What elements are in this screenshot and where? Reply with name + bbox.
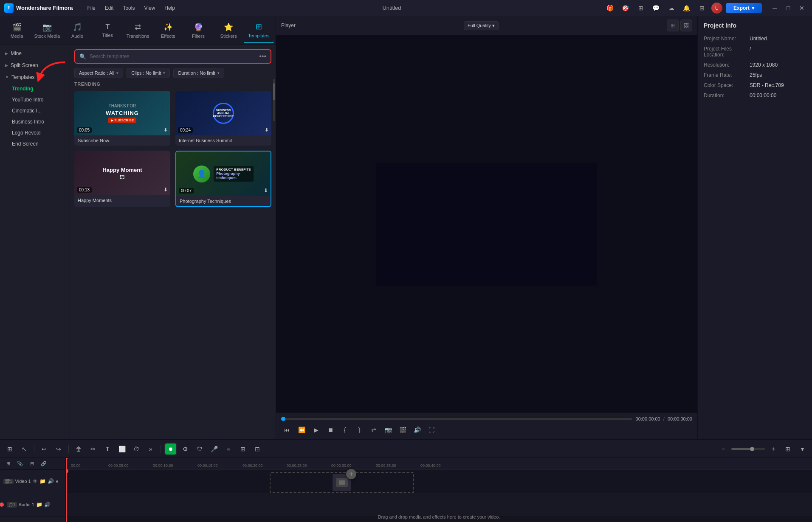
video-capture-button[interactable]: 🎬 <box>397 424 409 436</box>
image-view-button[interactable]: 🖼 <box>680 20 692 31</box>
timeline-mic-button[interactable]: 🎤 <box>208 443 220 455</box>
cut-button[interactable]: ✂ <box>87 443 99 455</box>
quality-select[interactable]: Full Quality ▾ <box>464 21 499 30</box>
tab-stock-media[interactable]: 📷 Stock Media <box>32 18 62 43</box>
menu-edit[interactable]: Edit <box>101 3 118 13</box>
volume-button[interactable]: 🔊 <box>411 424 423 436</box>
bell-icon[interactable]: 🔔 <box>681 2 693 14</box>
mark-in-button[interactable]: { <box>339 424 351 436</box>
timeline-mode-record-button[interactable]: ⏺ <box>165 443 176 455</box>
snap-track-button[interactable]: 📎 <box>15 459 25 469</box>
user-avatar[interactable]: U <box>711 3 722 14</box>
video1-volume-icon[interactable]: 🔊 <box>48 478 54 484</box>
speed-button[interactable]: ⏱ <box>130 443 143 455</box>
zoom-track[interactable] <box>731 448 765 450</box>
template-card-happy-moments[interactable]: Happy Moment 👨‍👩‍👧 00:13 ⬇ Happy Moments <box>74 151 170 207</box>
menu-help[interactable]: Help <box>160 3 179 13</box>
duration-filter[interactable]: Duration : No limit ▾ <box>173 68 224 78</box>
gift-icon[interactable]: 🎁 <box>604 2 616 14</box>
tab-transitions[interactable]: ⇄ Transitions <box>123 18 153 43</box>
add-track-button[interactable]: ⊞ <box>3 459 13 469</box>
sidebar-child-business-intro[interactable]: Business Intro <box>0 116 70 127</box>
grid2-icon[interactable]: ⊞ <box>635 2 647 14</box>
grid-view-button[interactable]: ⊞ <box>667 20 679 31</box>
sidebar-child-cinematic[interactable]: Cinematic I... <box>0 105 70 116</box>
timeline-more-button[interactable]: ▾ <box>796 443 809 455</box>
sidebar-child-logo-reveal[interactable]: Logo Reveal <box>0 127 70 138</box>
split-track-button[interactable]: ⊟ <box>27 459 37 469</box>
zoom-out-button[interactable]: － <box>717 443 730 455</box>
menu-tools[interactable]: Tools <box>118 3 139 13</box>
moments-download-icon[interactable]: ⬇ <box>164 187 168 193</box>
timeline-shield-button[interactable]: 🛡 <box>193 443 206 455</box>
play-button[interactable]: ▶ <box>310 424 322 436</box>
sidebar-child-youtube-intro[interactable]: YouTube Intro <box>0 94 70 105</box>
timeline-layout-button[interactable]: ⊞ <box>781 443 794 455</box>
template-card-business-summit[interactable]: BUSINESSANNUALCONFERENCE 00:24 ⬇ Interne… <box>175 91 271 146</box>
delete-button[interactable]: 🗑 <box>72 443 85 455</box>
layout-icon[interactable]: ⊞ <box>696 2 708 14</box>
timeline-group-button[interactable]: ⊞ <box>3 443 16 455</box>
zoom-in-button[interactable]: ＋ <box>767 443 780 455</box>
sidebar-child-end-screen[interactable]: End Screen <box>0 138 70 149</box>
tab-audio[interactable]: 🎵 Audio <box>62 18 92 43</box>
target-icon[interactable]: 🎯 <box>620 2 632 14</box>
audio1-folder-icon[interactable]: 📁 <box>36 502 42 508</box>
aspect-ratio-filter[interactable]: Aspect Ratio : All ▾ <box>74 68 123 78</box>
timeline-sort-button[interactable]: ≡ <box>222 443 235 455</box>
clips-filter[interactable]: Clips : No limit ▾ <box>127 68 170 78</box>
close-button[interactable]: ✕ <box>796 2 808 14</box>
menu-view[interactable]: View <box>140 3 159 13</box>
snap-button[interactable]: ⇄ <box>368 424 380 436</box>
menu-file[interactable]: File <box>83 3 99 13</box>
tab-stickers[interactable]: ⭐ Stickers <box>214 18 244 43</box>
export-button[interactable]: Export ▾ <box>726 3 762 13</box>
video1-visibility-icon[interactable]: ● <box>56 478 59 484</box>
screenshot-button[interactable]: 📷 <box>382 424 394 436</box>
search-input[interactable] <box>90 53 256 59</box>
redo-button[interactable]: ↪ <box>52 443 65 455</box>
tab-effects[interactable]: ✨ Effects <box>153 18 183 43</box>
more-options-icon[interactable]: ••• <box>259 53 266 60</box>
photo-tech-download-icon[interactable]: ⬇ <box>264 188 268 194</box>
fullscreen-button[interactable]: ⛶ <box>426 424 437 436</box>
prev-frame-button[interactable]: ⏮ <box>281 424 293 436</box>
chat-icon[interactable]: 💬 <box>650 2 662 14</box>
template-card-photo-tech[interactable]: 👤 PRODUCT BENEFITS Photographytechniques… <box>175 151 271 207</box>
subscribe-download-icon[interactable]: ⬇ <box>164 127 168 133</box>
more-tools-button[interactable]: » <box>144 443 157 455</box>
sidebar-item-split-screen[interactable]: ▶ Split Screen <box>0 59 70 71</box>
tab-titles[interactable]: T Titles <box>93 18 123 43</box>
undo-button[interactable]: ↩ <box>38 443 51 455</box>
tab-media[interactable]: 🎬 Media <box>2 18 32 43</box>
timeline-pip-button[interactable]: ⊡ <box>251 443 264 455</box>
progress-track[interactable] <box>281 418 632 420</box>
add-media-icon[interactable]: + <box>346 469 356 479</box>
mark-out-button[interactable]: } <box>353 424 365 436</box>
timeline-insert-button[interactable]: ⊞ <box>237 443 249 455</box>
sidebar-child-trending[interactable]: Trending <box>0 83 70 94</box>
tab-filters[interactable]: 🔮 Filters <box>183 18 213 43</box>
video1-eye-icon[interactable]: 👁 <box>33 478 38 484</box>
video-drop-zone[interactable]: + <box>270 472 414 493</box>
crop-button[interactable]: ⬜ <box>116 443 128 455</box>
text-button[interactable]: T <box>101 443 114 455</box>
stop-button[interactable]: ⏹ <box>324 424 336 436</box>
timeline-settings-button[interactable]: ⚙ <box>179 443 192 455</box>
sidebar-item-templates[interactable]: ▼ Templates <box>0 71 70 83</box>
link-track-button[interactable]: 🔗 <box>39 459 48 469</box>
audio1-volume-icon[interactable]: 🔊 <box>44 502 51 508</box>
video1-folder-icon[interactable]: 📁 <box>39 478 46 484</box>
timeline-select-button[interactable]: ↖ <box>18 443 31 455</box>
sidebar-item-mine[interactable]: ▶ Mine <box>0 48 70 59</box>
maximize-button[interactable]: □ <box>782 2 794 14</box>
tab-templates[interactable]: ⊞ Templates <box>244 18 274 43</box>
template-card-subscribe-now[interactable]: THANKS FOR WATCHING ▶ SUBSCRIBE 00:05 ⬇ … <box>74 91 170 146</box>
zoom-handle[interactable] <box>750 447 754 451</box>
progress-handle[interactable] <box>281 417 285 421</box>
step-back-button[interactable]: ⏪ <box>296 424 307 436</box>
minimize-button[interactable]: ─ <box>769 2 781 14</box>
search-bar[interactable]: 🔍 ••• <box>74 49 271 64</box>
business-download-icon[interactable]: ⬇ <box>265 127 269 133</box>
cloud-icon[interactable]: ☁ <box>665 2 677 14</box>
